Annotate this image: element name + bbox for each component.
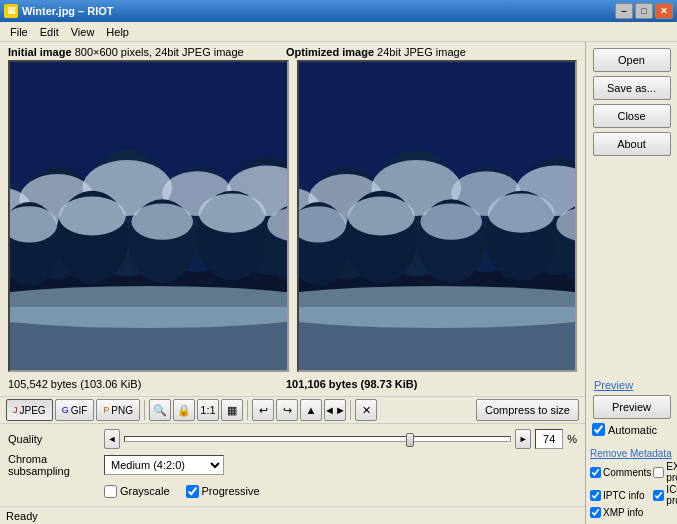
grayscale-option: Grayscale bbox=[104, 485, 170, 498]
iptc-checkbox[interactable] bbox=[590, 490, 601, 501]
quality-slider-track[interactable] bbox=[124, 436, 511, 442]
comments-checkbox[interactable] bbox=[590, 467, 601, 478]
menu-bar: File Edit View Help bbox=[0, 22, 677, 42]
right-sidebar: Open Save as... Close About Preview Prev… bbox=[585, 42, 677, 524]
window-title: Winter.jpg – RIOT bbox=[22, 5, 114, 17]
redo-button[interactable]: ↪ bbox=[276, 399, 298, 421]
xmp-checkbox[interactable] bbox=[590, 507, 601, 518]
svg-point-52 bbox=[347, 196, 414, 235]
close-window-button[interactable]: ✕ bbox=[655, 3, 673, 19]
quality-slider-area: ◄ ► 74 % bbox=[104, 429, 577, 449]
image-labels: Initial image 800×600 pixels, 24bit JPEG… bbox=[0, 42, 585, 60]
menu-file[interactable]: File bbox=[4, 24, 34, 40]
minimize-button[interactable]: – bbox=[615, 3, 633, 19]
saveas-button[interactable]: Save as... bbox=[593, 76, 671, 100]
icc-checkbox[interactable] bbox=[653, 490, 664, 501]
right-label-text: Optimized image bbox=[286, 46, 374, 58]
png-button[interactable]: P PNG bbox=[96, 399, 140, 421]
svg-point-23 bbox=[59, 196, 126, 235]
zoom-11-button[interactable]: 1:1 bbox=[197, 399, 219, 421]
svg-point-28 bbox=[10, 286, 287, 328]
left-image bbox=[10, 62, 287, 370]
separator-3 bbox=[350, 400, 351, 420]
quality-decrease-button[interactable]: ◄ bbox=[104, 429, 120, 449]
grayscale-checkbox[interactable] bbox=[104, 485, 117, 498]
chroma-row: Chroma subsampling None (4:4:4) Low (4:2… bbox=[8, 454, 577, 476]
quality-value[interactable]: 74 bbox=[535, 429, 563, 449]
checkbox-row: Grayscale Progressive bbox=[8, 480, 577, 502]
progressive-label: Progressive bbox=[202, 485, 260, 497]
grayscale-label: Grayscale bbox=[120, 485, 170, 497]
close-button[interactable]: Close bbox=[593, 104, 671, 128]
gif-icon: G bbox=[62, 405, 69, 415]
lock-button[interactable]: 🔒 bbox=[173, 399, 195, 421]
quality-unit: % bbox=[567, 433, 577, 445]
metadata-section: Remove Metadata Comments EXIF profile IP… bbox=[590, 448, 673, 518]
separator-1 bbox=[144, 400, 145, 420]
metadata-exif: EXIF profile bbox=[653, 461, 677, 483]
compress-button[interactable]: Compress to size bbox=[476, 399, 579, 421]
open-button[interactable]: Open bbox=[593, 48, 671, 72]
right-image-size: 101,106 bytes (98.73 KiB) bbox=[286, 378, 577, 390]
preview-link[interactable]: Preview bbox=[590, 379, 633, 391]
toolbar: J JPEG G GIF P PNG 🔍 🔒 1:1 ▦ ↩ ↪ ▲ ◄► ✕ … bbox=[0, 396, 585, 424]
quality-increase-button[interactable]: ► bbox=[515, 429, 531, 449]
title-controls: – □ ✕ bbox=[615, 3, 673, 19]
image-info-row: 105,542 bytes (103.06 KiB) 101,106 bytes… bbox=[0, 372, 585, 396]
about-button[interactable]: About bbox=[593, 132, 671, 156]
left-image-label: Initial image 800×600 pixels, 24bit JPEG… bbox=[8, 46, 278, 58]
metadata-icc: ICC profile bbox=[653, 484, 677, 506]
icc-label: ICC profile bbox=[666, 484, 677, 506]
status-text: Ready bbox=[6, 510, 38, 522]
png-label: PNG bbox=[111, 405, 133, 416]
jpeg-label: JPEG bbox=[20, 405, 46, 416]
chroma-label: Chroma subsampling bbox=[8, 453, 98, 477]
metadata-xmp: XMP info bbox=[590, 507, 651, 518]
jpeg-icon: J bbox=[13, 405, 18, 415]
separator-2 bbox=[247, 400, 248, 420]
undo-button[interactable]: ↩ bbox=[252, 399, 274, 421]
left-image-size: 105,542 bytes (103.06 KiB) bbox=[8, 378, 278, 390]
status-bar: Ready bbox=[0, 506, 585, 524]
metadata-iptc: IPTC info bbox=[590, 484, 651, 506]
exif-checkbox[interactable] bbox=[653, 467, 664, 478]
svg-point-57 bbox=[299, 286, 576, 328]
automatic-row: Automatic bbox=[590, 423, 657, 436]
menu-edit[interactable]: Edit bbox=[34, 24, 65, 40]
delete-button[interactable]: ✕ bbox=[355, 399, 377, 421]
automatic-checkbox[interactable] bbox=[592, 423, 605, 436]
options-panel: Quality ◄ ► 74 % Chroma subsampling None… bbox=[0, 424, 585, 506]
exif-label: EXIF profile bbox=[666, 461, 677, 483]
right-image bbox=[299, 62, 576, 370]
right-image-panel bbox=[297, 60, 578, 372]
left-label-text: Initial image bbox=[8, 46, 72, 58]
progressive-checkbox[interactable] bbox=[186, 485, 199, 498]
iptc-label: IPTC info bbox=[603, 490, 645, 501]
grid-button[interactable]: ▦ bbox=[221, 399, 243, 421]
title-bar: 🖼 Winter.jpg – RIOT – □ ✕ bbox=[0, 0, 677, 22]
gif-button[interactable]: G GIF bbox=[55, 399, 95, 421]
jpeg-button[interactable]: J JPEG bbox=[6, 399, 53, 421]
preview-button[interactable]: Preview bbox=[593, 395, 671, 419]
menu-view[interactable]: View bbox=[65, 24, 101, 40]
metadata-grid: Comments EXIF profile IPTC info ICC prof… bbox=[590, 461, 673, 518]
metadata-comments: Comments bbox=[590, 461, 651, 483]
search-button[interactable]: 🔍 bbox=[149, 399, 171, 421]
menu-help[interactable]: Help bbox=[100, 24, 135, 40]
quality-slider-thumb[interactable] bbox=[406, 433, 414, 447]
quality-label: Quality bbox=[8, 433, 98, 445]
maximize-button[interactable]: □ bbox=[635, 3, 653, 19]
comments-label: Comments bbox=[603, 467, 651, 478]
flip-button[interactable]: ◄► bbox=[324, 399, 346, 421]
levels-button[interactable]: ▲ bbox=[300, 399, 322, 421]
quality-row: Quality ◄ ► 74 % bbox=[8, 428, 577, 450]
main-layout: Initial image 800×600 pixels, 24bit JPEG… bbox=[0, 42, 677, 524]
image-panels bbox=[0, 60, 585, 372]
metadata-title[interactable]: Remove Metadata bbox=[590, 448, 673, 459]
chroma-select[interactable]: None (4:4:4) Low (4:2:2) Medium (4:2:0) … bbox=[104, 455, 224, 475]
automatic-label: Automatic bbox=[608, 424, 657, 436]
svg-point-24 bbox=[131, 203, 193, 239]
svg-point-53 bbox=[420, 203, 482, 239]
png-icon: P bbox=[103, 405, 109, 415]
metadata-items: Comments EXIF profile IPTC info ICC prof… bbox=[590, 461, 673, 518]
